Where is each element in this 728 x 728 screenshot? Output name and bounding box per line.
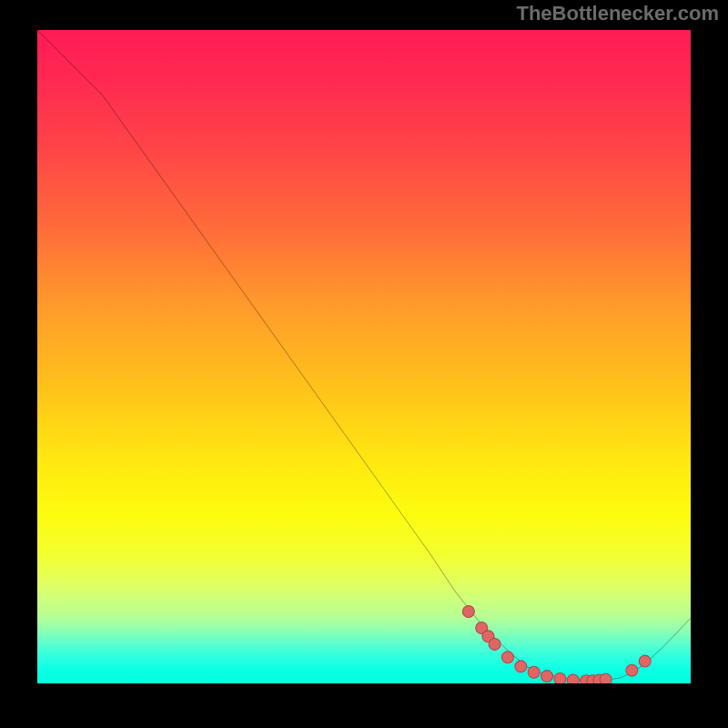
plot-area [36, 29, 692, 684]
dot [501, 652, 513, 663]
chart-container: TheBottlenecker.com [0, 0, 728, 728]
optimal-range-dots [462, 606, 651, 683]
dot [567, 674, 579, 683]
dot [554, 673, 566, 683]
dot [600, 673, 612, 683]
bottleneck-curve [37, 30, 691, 681]
dot [528, 666, 540, 678]
dot [626, 664, 638, 676]
dot [489, 638, 500, 650]
dot [639, 655, 651, 667]
chart-svg [37, 30, 691, 683]
dot [541, 671, 553, 682]
watermark-text: TheBottlenecker.com [516, 2, 719, 25]
dot [515, 661, 527, 672]
dot [462, 606, 474, 618]
